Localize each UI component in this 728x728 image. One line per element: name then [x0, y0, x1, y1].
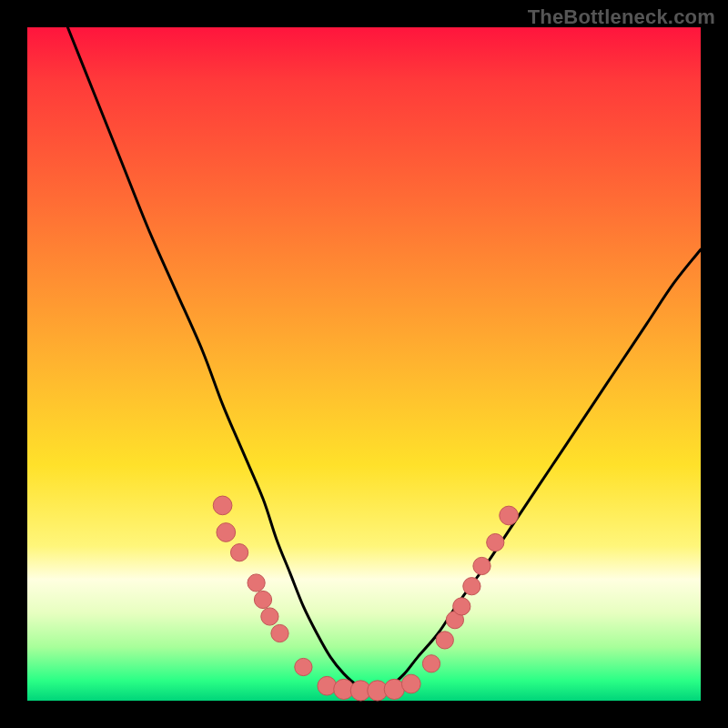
data-point	[295, 658, 312, 675]
data-point	[453, 598, 470, 615]
data-point	[436, 632, 453, 649]
data-point	[254, 591, 271, 608]
data-point	[401, 674, 420, 693]
data-point	[230, 544, 248, 561]
data-point	[271, 624, 288, 642]
data-point	[463, 578, 480, 595]
plot-area	[27, 27, 701, 701]
data-point	[318, 676, 337, 695]
data-point	[473, 557, 490, 574]
chart-svg	[27, 27, 701, 701]
data-point	[384, 679, 404, 699]
data-point	[487, 533, 504, 551]
data-point	[500, 506, 519, 525]
data-point	[217, 523, 236, 542]
data-point	[248, 574, 265, 592]
data-point	[422, 655, 440, 672]
data-point	[213, 496, 232, 515]
data-point	[261, 608, 278, 625]
bottleneck-curve	[67, 27, 701, 691]
watermark-text: TheBottleneck.com	[528, 5, 715, 29]
chart-frame: TheBottleneck.com	[0, 0, 728, 728]
marker-group	[213, 496, 518, 701]
